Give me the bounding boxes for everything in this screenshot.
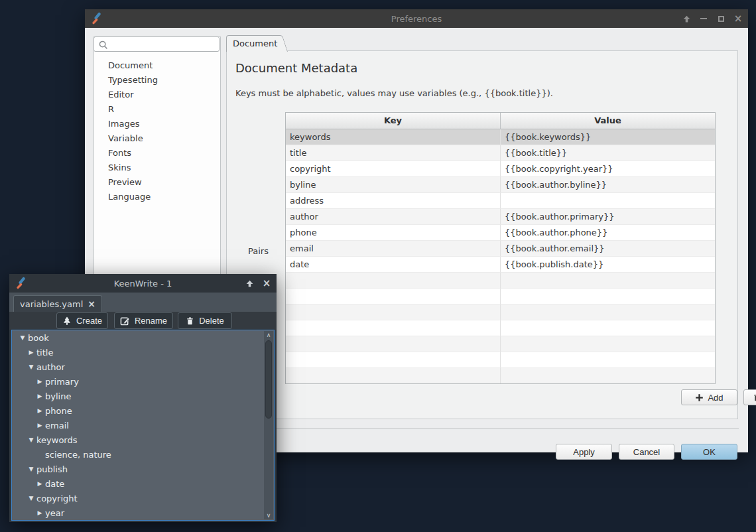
tree-item-author[interactable]: ▼author bbox=[12, 360, 274, 374]
cell-key[interactable] bbox=[286, 289, 501, 304]
expand-arrow-icon[interactable]: ▶ bbox=[36, 407, 44, 414]
table-row-address[interactable]: address bbox=[286, 193, 715, 209]
tree-item-email[interactable]: ▶email bbox=[12, 418, 274, 432]
sidebar-item-r[interactable]: R bbox=[94, 102, 220, 117]
search-input[interactable] bbox=[94, 36, 220, 52]
cell-key[interactable] bbox=[286, 320, 501, 336]
table-row-empty[interactable] bbox=[286, 289, 715, 304]
cell-key[interactable]: date bbox=[286, 257, 501, 273]
tree-item-year[interactable]: ▶year bbox=[12, 505, 274, 520]
tab-close-icon[interactable]: × bbox=[88, 297, 95, 312]
cell-value[interactable] bbox=[501, 304, 715, 320]
sidebar-item-editor[interactable]: Editor bbox=[94, 88, 220, 102]
keep-above-icon[interactable] bbox=[243, 277, 255, 289]
expand-arrow-icon[interactable]: ▶ bbox=[36, 509, 44, 516]
rename-button[interactable]: Rename bbox=[114, 312, 173, 329]
cell-value[interactable]: {{book.title}} bbox=[501, 145, 715, 161]
close-icon[interactable]: × bbox=[261, 277, 273, 289]
metadata-table[interactable]: Key Value keywords{{book.keywords}}title… bbox=[285, 112, 716, 384]
expand-arrow-icon[interactable]: ▶ bbox=[36, 480, 44, 487]
tree-scrollbar[interactable]: ∧ ∨ bbox=[264, 331, 273, 519]
delete-button[interactable]: Delete bbox=[178, 312, 232, 329]
table-row-empty[interactable] bbox=[286, 320, 715, 336]
expand-arrow-icon[interactable]: ▶ bbox=[27, 349, 35, 356]
sidebar-item-fonts[interactable]: Fonts bbox=[94, 146, 220, 161]
table-row-keywords[interactable]: keywords{{book.keywords}} bbox=[286, 129, 715, 145]
cell-key[interactable]: author bbox=[286, 209, 501, 225]
expand-arrow-icon[interactable]: ▶ bbox=[36, 378, 44, 385]
tree-item-copyright[interactable]: ▼copyright bbox=[12, 491, 274, 505]
cell-value[interactable] bbox=[501, 320, 715, 336]
table-row-title[interactable]: title{{book.title}} bbox=[286, 145, 715, 161]
expand-arrow-icon[interactable]: ▶ bbox=[36, 393, 44, 399]
tree-item-book[interactable]: ▼book bbox=[12, 330, 274, 345]
apply-button[interactable]: Apply bbox=[556, 444, 612, 460]
keenwrite-titlebar[interactable]: KeenWrite - 1 × bbox=[9, 274, 277, 293]
tree-item-byline[interactable]: ▶byline bbox=[12, 389, 274, 403]
cell-value[interactable]: {{book.publish.date}} bbox=[501, 257, 715, 273]
preferences-titlebar[interactable]: Preferences × bbox=[85, 9, 748, 28]
cell-value[interactable]: {{book.author.byline}} bbox=[501, 177, 715, 193]
sidebar-item-images[interactable]: Images bbox=[94, 117, 220, 131]
delete-button[interactable]: Delete bbox=[743, 389, 756, 405]
table-row-date[interactable]: date{{book.publish.date}} bbox=[286, 257, 715, 273]
cell-value[interactable] bbox=[501, 352, 715, 368]
table-row-copyright[interactable]: copyright{{book.copyright.year}} bbox=[286, 161, 715, 177]
collapse-arrow-icon[interactable]: ▼ bbox=[19, 334, 27, 341]
cell-key[interactable]: email bbox=[286, 241, 501, 257]
expand-arrow-icon[interactable]: ▶ bbox=[36, 422, 44, 429]
table-row-byline[interactable]: byline{{book.author.byline}} bbox=[286, 177, 715, 193]
tree-item-science-nature[interactable]: science, nature bbox=[12, 447, 274, 462]
table-row-phone[interactable]: phone{{book.author.phone}} bbox=[286, 225, 715, 241]
cell-key[interactable]: phone bbox=[286, 225, 501, 241]
collapse-arrow-icon[interactable]: ▼ bbox=[27, 466, 35, 472]
minimize-icon[interactable] bbox=[698, 13, 710, 25]
table-row-empty[interactable] bbox=[286, 273, 715, 289]
cell-key[interactable] bbox=[286, 368, 501, 384]
create-button[interactable]: Create bbox=[56, 312, 108, 329]
add-button[interactable]: Add bbox=[681, 389, 737, 405]
cancel-button[interactable]: Cancel bbox=[619, 444, 674, 460]
sidebar-item-typesetting[interactable]: Typesetting bbox=[94, 73, 220, 88]
cell-key[interactable]: byline bbox=[286, 177, 501, 193]
table-row-author[interactable]: author{{book.author.primary}} bbox=[286, 209, 715, 225]
sidebar-item-document[interactable]: Document bbox=[94, 58, 220, 73]
cell-key[interactable] bbox=[286, 336, 501, 352]
collapse-arrow-icon[interactable]: ▼ bbox=[27, 364, 35, 370]
collapse-arrow-icon[interactable]: ▼ bbox=[27, 436, 35, 443]
scroll-up-icon[interactable]: ∧ bbox=[267, 331, 271, 339]
table-row-empty[interactable] bbox=[286, 368, 715, 384]
maximize-icon[interactable] bbox=[715, 13, 727, 25]
tree-item-primary[interactable]: ▶primary bbox=[12, 374, 274, 389]
cell-value[interactable] bbox=[501, 273, 715, 289]
cell-key[interactable]: address bbox=[286, 193, 501, 209]
variables-tree[interactable]: ▼book▶title▼author▶primary▶byline▶phone▶… bbox=[11, 330, 275, 521]
cell-value[interactable] bbox=[501, 336, 715, 352]
table-row-empty[interactable] bbox=[286, 336, 715, 352]
cell-key[interactable] bbox=[286, 304, 501, 320]
cell-key[interactable] bbox=[286, 352, 501, 368]
close-icon[interactable]: × bbox=[732, 13, 744, 25]
sidebar-item-preview[interactable]: Preview bbox=[94, 175, 220, 190]
tree-item-date[interactable]: ▶date bbox=[12, 476, 274, 491]
cell-value[interactable]: {{book.author.phone}} bbox=[501, 225, 715, 241]
column-header-key[interactable]: Key bbox=[286, 113, 501, 129]
cell-key[interactable]: title bbox=[286, 145, 501, 161]
tab-document[interactable]: Document bbox=[226, 35, 279, 52]
cell-value[interactable]: {{book.author.email}} bbox=[501, 241, 715, 257]
tab-variables-yaml[interactable]: variables.yaml × bbox=[13, 295, 102, 312]
cell-key[interactable]: keywords bbox=[286, 129, 501, 145]
cell-value[interactable]: {{book.copyright.year}} bbox=[501, 161, 715, 177]
tree-item-publish[interactable]: ▼publish bbox=[12, 462, 274, 476]
cell-value[interactable]: {{book.author.primary}} bbox=[501, 209, 715, 225]
sidebar-item-skins[interactable]: Skins bbox=[94, 161, 220, 175]
cell-value[interactable] bbox=[501, 289, 715, 304]
table-row-empty[interactable] bbox=[286, 304, 715, 320]
cell-value[interactable] bbox=[501, 193, 715, 209]
tree-item-keywords[interactable]: ▼keywords bbox=[12, 432, 274, 447]
sidebar-item-language[interactable]: Language bbox=[94, 190, 220, 204]
cell-key[interactable] bbox=[286, 273, 501, 289]
sidebar-item-variable[interactable]: Variable bbox=[94, 131, 220, 146]
tree-item-title[interactable]: ▶title bbox=[12, 345, 274, 360]
table-row-email[interactable]: email{{book.author.email}} bbox=[286, 241, 715, 257]
